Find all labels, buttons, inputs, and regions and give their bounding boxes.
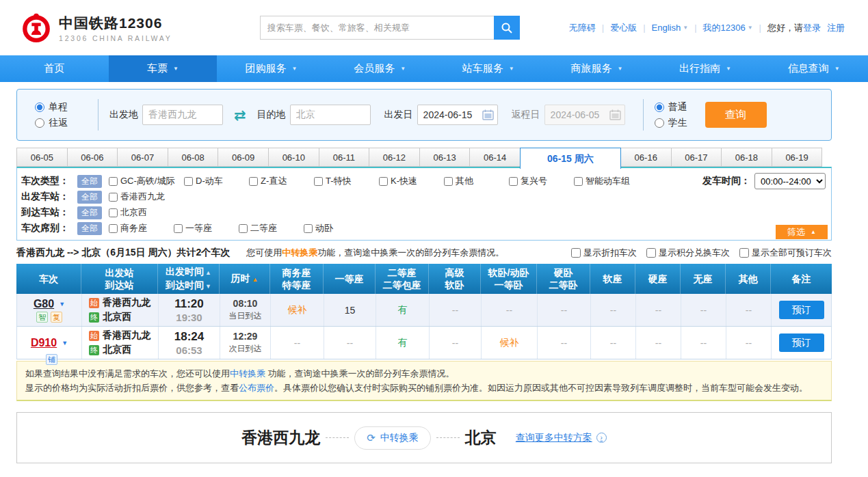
train-number-link[interactable]: G80 (34, 298, 54, 310)
date-tab[interactable]: 06-11 (319, 148, 370, 167)
filter-checkbox[interactable]: Z-直达 (249, 175, 314, 187)
normal-radio[interactable]: 普通 (655, 101, 687, 113)
published-fare-link[interactable]: 公布票价 (239, 383, 274, 393)
date-tab[interactable]: 06-10 (268, 148, 319, 167)
checkbox[interactable] (249, 177, 258, 186)
checkbox[interactable] (109, 208, 118, 217)
login-link[interactable]: 登录 (803, 23, 821, 33)
date-tab[interactable]: 06-17 (671, 148, 722, 167)
checkbox[interactable] (184, 177, 193, 186)
link-english[interactable]: English▼ (652, 23, 689, 33)
query-button[interactable]: 查询 (705, 102, 767, 128)
filter-checkbox[interactable]: 复兴号 (509, 175, 574, 187)
logo[interactable]: 中国铁路12306 12306 CHINA RAILWAY (21, 12, 172, 44)
nav-item-station-services[interactable]: 站车服务▼ (434, 55, 543, 82)
transfer-pill-button[interactable]: ⟳ 中转换乘 (354, 426, 431, 450)
train-number-link[interactable]: D910 (31, 337, 57, 349)
date-tab[interactable]: 06-13 (419, 148, 471, 167)
filter-checkbox[interactable]: 商务座 (109, 222, 174, 234)
expand-train-icon[interactable]: ▼ (59, 301, 65, 308)
date-tab[interactable]: 06-16 (620, 148, 672, 167)
date-tab[interactable]: 06-06 (67, 148, 118, 167)
book-button[interactable]: 预订 (779, 301, 824, 319)
nav-item-member-services[interactable]: 会员服务▼ (326, 55, 434, 82)
checkbox[interactable] (174, 224, 183, 233)
nav-item-business-travel[interactable]: 商旅服务▼ (542, 55, 651, 82)
col-times-sortable[interactable]: 出发时间▲ 到达时间▼ (158, 264, 220, 294)
filter-checkbox[interactable]: GC-高铁/城际 (109, 175, 184, 187)
checkbox[interactable] (304, 224, 313, 233)
oneway-radio[interactable]: 单程 (35, 101, 87, 113)
to-input[interactable] (290, 105, 371, 125)
date-tab[interactable]: 06-19 (772, 148, 823, 167)
link-my12306[interactable]: 我的12306▼ (703, 22, 753, 34)
filter-checkbox[interactable]: 香港西九龙 (109, 191, 184, 203)
checkbox[interactable] (109, 193, 118, 202)
nav-item-home[interactable]: 首页 (0, 55, 109, 82)
transfer-link[interactable]: 中转换乘 (230, 368, 265, 379)
filter-checkbox[interactable]: 动卧 (304, 222, 369, 234)
show-all-bookable-checkbox[interactable]: 显示全部可预订车次 (739, 247, 832, 259)
checkbox[interactable] (574, 177, 583, 186)
checkbox[interactable] (444, 177, 453, 186)
checkbox[interactable] (571, 248, 581, 258)
date-tab[interactable]: 06-18 (721, 148, 772, 167)
collapse-filter-button[interactable]: 筛选▲ (776, 225, 828, 239)
filter-all-button[interactable]: 全部 (77, 175, 102, 188)
checkbox[interactable] (109, 177, 118, 186)
nav-item-group-services[interactable]: 团购服务▼ (217, 55, 326, 82)
seat-cell: -- (271, 327, 324, 359)
checkbox[interactable] (509, 177, 518, 186)
search-input[interactable] (260, 16, 494, 40)
filter-all-button[interactable]: 全部 (77, 191, 102, 204)
search-button[interactable] (494, 16, 520, 40)
nav-item-travel-guide[interactable]: 出行指南▼ (651, 55, 760, 82)
filter-checkbox[interactable]: T-特快 (314, 175, 379, 187)
filter-checkbox[interactable]: 北京西 (109, 206, 184, 219)
show-discount-checkbox[interactable]: 显示折扣车次 (571, 247, 637, 259)
transfer-tip-highlight[interactable]: 中转换乘 (282, 247, 317, 258)
roundtrip-radio[interactable]: 往返 (35, 117, 87, 129)
filter-checkbox[interactable]: 其他 (444, 175, 509, 187)
date-tab[interactable]: 06-05 (16, 148, 68, 167)
depart-time-select[interactable]: 00:00--24:00 (754, 173, 826, 189)
checkbox[interactable] (109, 224, 118, 233)
nav-item-tickets[interactable]: 车票▼ (109, 55, 218, 82)
link-accessible[interactable]: 无障碍 (569, 22, 596, 34)
from-input[interactable] (142, 105, 223, 125)
date-tab[interactable]: 06-08 (168, 148, 219, 167)
book-button[interactable]: 预订 (779, 333, 824, 352)
col-duration-sortable[interactable]: 历时▲ (220, 264, 270, 294)
student-radio[interactable]: 学生 (655, 117, 687, 129)
date-tab[interactable]: 06-07 (117, 148, 168, 167)
checkbox[interactable] (239, 224, 248, 233)
more-transfer-plans-link[interactable]: 查询更多中转方案 › (516, 432, 607, 444)
filter-all-button[interactable]: 全部 (77, 222, 102, 235)
filter-checkbox[interactable]: D-动车 (184, 175, 249, 187)
filter-checkbox[interactable]: 二等座 (239, 222, 304, 234)
radio[interactable] (35, 103, 44, 112)
date-tab[interactable]: 06-12 (369, 148, 420, 167)
show-points-checkbox[interactable]: 显示积分兑换车次 (646, 247, 730, 259)
register-link[interactable]: 注册 (827, 22, 845, 34)
checkbox[interactable] (379, 177, 388, 186)
calendar-icon[interactable] (482, 109, 494, 120)
date-tab-active[interactable]: 06-15 周六 (520, 148, 621, 169)
checkbox[interactable] (314, 177, 323, 186)
expand-train-icon[interactable]: ▼ (62, 340, 68, 346)
filter-all-button[interactable]: 全部 (77, 206, 102, 219)
col-stations: 出发站到达站 (81, 264, 158, 294)
filter-checkbox[interactable]: 一等座 (174, 222, 239, 234)
date-tab[interactable]: 06-14 (469, 148, 521, 167)
radio[interactable] (35, 118, 44, 128)
link-care-version[interactable]: 爱心版 (610, 22, 637, 34)
checkbox[interactable] (739, 248, 749, 258)
swap-stations-icon[interactable]: ⇄ (234, 108, 246, 122)
radio[interactable] (655, 103, 664, 112)
radio[interactable] (655, 118, 664, 128)
checkbox[interactable] (646, 248, 656, 258)
filter-checkbox[interactable]: K-快速 (379, 175, 444, 187)
nav-item-info-query[interactable]: 信息查询▼ (759, 55, 868, 82)
date-tab[interactable]: 06-09 (218, 148, 269, 167)
filter-checkbox[interactable]: 智能动车组 (574, 175, 649, 187)
